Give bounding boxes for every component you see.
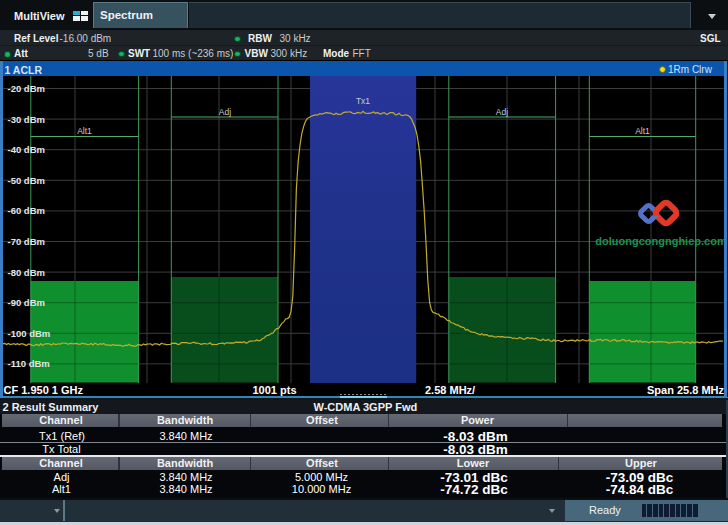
svg-text:-30 dBm: -30 dBm — [8, 114, 45, 125]
svg-text:-50 dBm: -50 dBm — [8, 175, 45, 186]
svg-text:-90 dBm: -90 dBm — [8, 297, 45, 308]
svg-text:-110 dBm: -110 dBm — [8, 358, 50, 369]
svg-text:Alt1: Alt1 — [77, 126, 92, 136]
svg-text:Tx1: Tx1 — [356, 96, 370, 106]
svg-text:-20 dBm: -20 dBm — [8, 83, 45, 94]
svg-text:doluongcongnghiep.com: doluongcongnghiep.com — [595, 235, 727, 247]
svg-text:-80 dBm: -80 dBm — [8, 267, 45, 278]
svg-text:-60 dBm: -60 dBm — [8, 205, 45, 216]
svg-text:Alt1: Alt1 — [635, 126, 650, 136]
svg-text:Adj: Adj — [219, 107, 231, 117]
svg-text:-100 dBm: -100 dBm — [8, 328, 51, 339]
svg-text:-40 dBm: -40 dBm — [8, 144, 45, 155]
svg-text:-70 dBm: -70 dBm — [8, 236, 45, 247]
svg-text:Adj: Adj — [496, 107, 508, 117]
